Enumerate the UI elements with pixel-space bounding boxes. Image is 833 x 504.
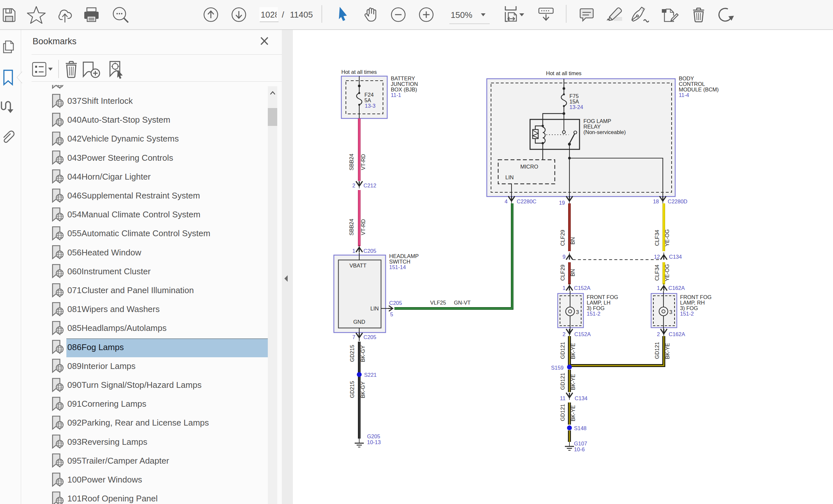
svg-text:9: 9 — [563, 254, 566, 260]
svg-text:11-1: 11-1 — [391, 92, 401, 98]
svg-text:5: 5 — [390, 311, 393, 317]
svg-text:1: 1 — [563, 285, 566, 291]
svg-text:C134: C134 — [575, 395, 587, 401]
svg-text:18: 18 — [653, 198, 659, 204]
svg-text:GD121: GD121 — [560, 373, 566, 390]
svg-text:C152A: C152A — [574, 331, 591, 337]
svg-text:FRONT FOG: FRONT FOG — [587, 294, 618, 300]
svg-text:11-4: 11-4 — [679, 92, 689, 98]
svg-text:C152A: C152A — [574, 285, 590, 291]
svg-text:C205: C205 — [363, 248, 376, 254]
svg-text:RELAY: RELAY — [584, 124, 601, 129]
svg-text:VT-RD: VT-RD — [360, 219, 366, 235]
svg-text:JUNCTION: JUNCTION — [391, 81, 418, 87]
svg-text:BODY: BODY — [679, 75, 694, 81]
svg-text:GD215: GD215 — [349, 345, 355, 362]
svg-text:4: 4 — [505, 198, 508, 204]
svg-text:BK-YE: BK-YE — [570, 374, 576, 390]
svg-text:BN: BN — [570, 237, 576, 245]
svg-text:3: 3 — [576, 309, 579, 315]
svg-text:F75: F75 — [569, 93, 578, 99]
svg-text:BATTERY: BATTERY — [391, 75, 415, 81]
svg-text:(Non-serviceable): (Non-serviceable) — [584, 129, 626, 135]
svg-text:CLF29: CLF29 — [560, 265, 566, 281]
svg-text:G107: G107 — [574, 440, 587, 447]
svg-text:C162A: C162A — [668, 285, 685, 291]
svg-text:C205: C205 — [389, 300, 402, 306]
svg-text:C2280C: C2280C — [517, 198, 537, 204]
svg-text:YE-OG: YE-OG — [664, 264, 670, 281]
svg-text:G205: G205 — [367, 433, 380, 439]
svg-text:LAMP, LH: LAMP, LH — [587, 300, 611, 306]
svg-text:12: 12 — [654, 254, 660, 260]
svg-text:VLF25: VLF25 — [430, 300, 446, 306]
svg-text:2: 2 — [657, 331, 660, 337]
svg-text:LAMP, RH: LAMP, RH — [680, 300, 705, 306]
svg-text:LIN: LIN — [505, 174, 514, 180]
svg-text:3) FOG: 3) FOG — [587, 305, 604, 311]
svg-text:151-14: 151-14 — [389, 264, 406, 270]
svg-text:S221: S221 — [364, 372, 377, 378]
svg-text:C205: C205 — [363, 334, 376, 340]
svg-text:SBB24: SBB24 — [349, 153, 354, 170]
svg-text:GD215: GD215 — [349, 381, 355, 398]
svg-text:BN: BN — [570, 269, 576, 277]
svg-text:C2280D: C2280D — [668, 198, 688, 204]
svg-text:2: 2 — [352, 183, 355, 188]
svg-text:GD121: GD121 — [654, 342, 660, 359]
svg-text:Hot at all times: Hot at all times — [546, 70, 581, 76]
svg-text:GND: GND — [353, 319, 365, 325]
svg-text:151-2: 151-2 — [680, 311, 694, 317]
svg-text:C134: C134 — [669, 254, 682, 260]
svg-text:13-3: 13-3 — [365, 103, 376, 109]
svg-text:BK-GY: BK-GY — [360, 381, 366, 398]
svg-text:3: 3 — [669, 309, 672, 315]
svg-text:FOG LAMP: FOG LAMP — [584, 118, 611, 124]
svg-text:CLF34: CLF34 — [654, 230, 660, 246]
svg-text:CLF34: CLF34 — [654, 265, 660, 281]
svg-text:10-6: 10-6 — [574, 447, 585, 452]
svg-text:11: 11 — [560, 395, 566, 401]
svg-text:GD121: GD121 — [560, 342, 566, 359]
svg-text:C212: C212 — [363, 183, 376, 188]
svg-text:7: 7 — [352, 334, 355, 340]
svg-text:BK-YE: BK-YE — [570, 405, 576, 422]
svg-text:MICRO: MICRO — [520, 164, 538, 169]
svg-text:Hot at all times: Hot at all times — [341, 69, 377, 75]
svg-text:CLF29: CLF29 — [560, 230, 566, 246]
svg-text:SBB24: SBB24 — [349, 219, 354, 235]
svg-text:151-2: 151-2 — [587, 311, 600, 317]
svg-text:F24: F24 — [364, 92, 374, 98]
svg-text:1: 1 — [352, 248, 355, 254]
svg-text:C162A: C162A — [669, 331, 685, 337]
svg-text:LIN: LIN — [370, 306, 379, 311]
svg-text:GD121: GD121 — [560, 404, 566, 421]
svg-text:VT-RD: VT-RD — [360, 154, 366, 170]
svg-text:FRONT FOG: FRONT FOG — [680, 294, 712, 300]
svg-text:BK-GY: BK-GY — [360, 345, 366, 362]
svg-text:BOX (BJB): BOX (BJB) — [391, 87, 417, 92]
svg-text:S148: S148 — [574, 425, 587, 431]
svg-text:S159: S159 — [551, 365, 564, 370]
svg-text:CONTROL: CONTROL — [679, 81, 705, 87]
svg-text:YE-OG: YE-OG — [664, 229, 670, 246]
svg-text:13-24: 13-24 — [569, 104, 583, 110]
svg-text:SWITCH: SWITCH — [389, 259, 410, 265]
svg-text:10-13: 10-13 — [367, 439, 381, 445]
svg-text:1: 1 — [657, 285, 660, 291]
svg-text:HEADLAMP: HEADLAMP — [389, 253, 419, 259]
svg-text:VBATT: VBATT — [350, 263, 366, 268]
svg-text:5A: 5A — [364, 97, 371, 103]
svg-text:15A: 15A — [569, 99, 579, 104]
svg-text:GN-VT: GN-VT — [454, 300, 471, 306]
svg-text:3) FOG: 3) FOG — [680, 305, 698, 311]
svg-text:BK-YE: BK-YE — [570, 343, 576, 359]
svg-text:19: 19 — [559, 200, 565, 206]
svg-text:MODULE (BCM): MODULE (BCM) — [679, 87, 719, 92]
svg-text:2: 2 — [563, 331, 566, 337]
svg-text:BK-YE: BK-YE — [664, 343, 670, 359]
